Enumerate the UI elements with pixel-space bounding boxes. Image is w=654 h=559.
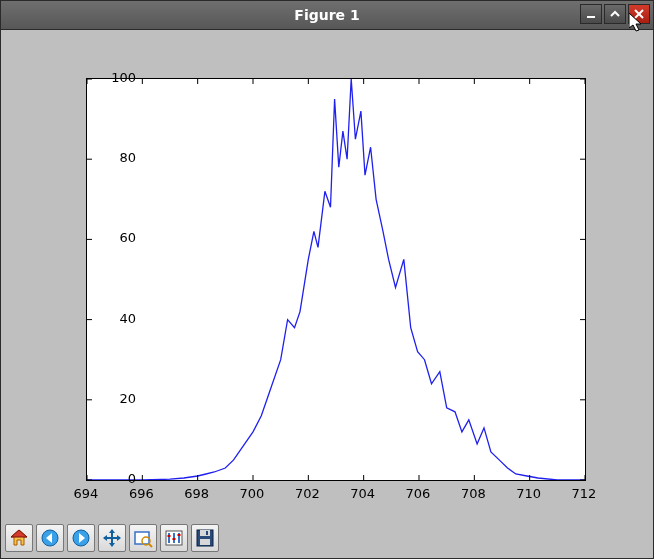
svg-rect-55 (168, 535, 171, 537)
svg-rect-56 (173, 538, 176, 540)
x-tick-label: 712 (564, 486, 604, 501)
svg-marker-47 (117, 535, 121, 541)
back-button[interactable] (36, 524, 64, 552)
floppy-disk-icon (195, 528, 215, 548)
x-tick-label: 704 (343, 486, 383, 501)
svg-rect-61 (200, 539, 210, 545)
figure-area: 020406080100 694696698700702704706708710… (6, 35, 648, 518)
pan-icon (102, 528, 122, 548)
x-tick-label: 702 (287, 486, 327, 501)
x-tick-label: 710 (509, 486, 549, 501)
home-icon (9, 528, 29, 548)
x-tick-label: 698 (177, 486, 217, 501)
x-tick-label: 708 (453, 486, 493, 501)
x-tick-label: 706 (398, 486, 438, 501)
configure-subplots-button[interactable] (160, 524, 188, 552)
back-arrow-icon (40, 528, 60, 548)
svg-marker-36 (11, 530, 27, 545)
x-tick-label: 700 (232, 486, 272, 501)
svg-point-49 (142, 537, 150, 545)
minimize-button[interactable] (580, 4, 602, 24)
svg-rect-59 (200, 530, 210, 536)
svg-line-2 (635, 10, 643, 18)
titlebar[interactable]: Figure 1 (1, 1, 653, 30)
line-series (87, 79, 585, 480)
forward-button[interactable] (67, 524, 95, 552)
svg-point-38 (42, 530, 58, 546)
home-button[interactable] (5, 524, 33, 552)
x-tick-label: 696 (121, 486, 161, 501)
svg-marker-41 (79, 533, 85, 543)
y-tick-label: 40 (76, 311, 136, 326)
svg-marker-45 (109, 543, 115, 547)
maximize-button[interactable] (604, 4, 626, 24)
matplotlib-toolbar (5, 522, 219, 554)
y-tick-label: 0 (76, 471, 136, 486)
svg-rect-51 (166, 531, 182, 545)
y-tick-label: 100 (76, 70, 136, 85)
configure-icon (164, 528, 184, 548)
y-tick-label: 60 (76, 230, 136, 245)
pan-button[interactable] (98, 524, 126, 552)
svg-rect-58 (197, 530, 213, 546)
close-button[interactable] (628, 4, 650, 24)
save-button[interactable] (191, 524, 219, 552)
y-tick-label: 20 (76, 391, 136, 406)
zoom-icon (133, 528, 153, 548)
plot-axes[interactable] (86, 78, 586, 481)
svg-rect-60 (206, 531, 208, 535)
window-frame: Figure 1 020406080100 694696698700702704… (0, 0, 654, 559)
svg-line-1 (635, 10, 643, 18)
zoom-button[interactable] (129, 524, 157, 552)
svg-marker-37 (11, 530, 27, 537)
svg-line-50 (149, 544, 152, 547)
x-tick-label: 694 (66, 486, 106, 501)
svg-point-40 (73, 530, 89, 546)
y-tick-label: 80 (76, 150, 136, 165)
forward-arrow-icon (71, 528, 91, 548)
svg-rect-48 (135, 532, 149, 544)
svg-marker-46 (103, 535, 107, 541)
svg-rect-57 (178, 534, 181, 536)
svg-marker-44 (109, 529, 115, 533)
svg-marker-39 (46, 533, 52, 543)
window-title: Figure 1 (1, 7, 653, 23)
